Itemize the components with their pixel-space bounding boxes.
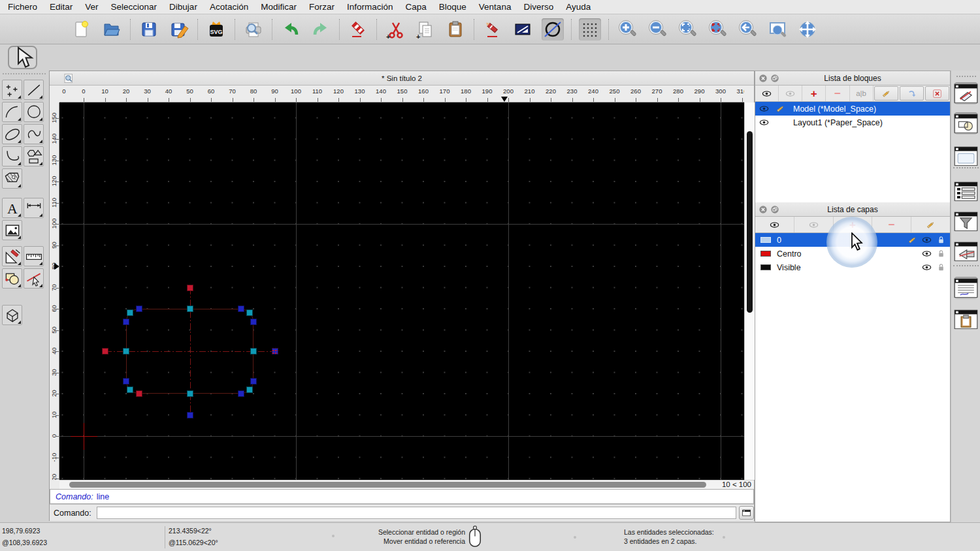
show-all-button[interactable]	[755, 217, 794, 232]
show-all-button[interactable]	[755, 86, 779, 101]
selection-handle-reference[interactable]	[272, 348, 278, 354]
tool-circle-icon[interactable]	[24, 102, 44, 122]
grid-toggle-icon[interactable]	[579, 18, 601, 40]
selection-handle-blue[interactable]	[136, 306, 142, 312]
menu-dibujar[interactable]: Dibujar	[169, 2, 197, 12]
lock-icon[interactable]	[936, 235, 946, 245]
menu-forzar[interactable]: Forzar	[309, 2, 335, 12]
selection-handle-cyan[interactable]	[187, 390, 193, 397]
menu-capa[interactable]: Capa	[406, 2, 427, 12]
selection-handle-red[interactable]	[187, 285, 193, 291]
visibility-eye-icon[interactable]	[759, 118, 769, 127]
tool-spline-icon[interactable]	[24, 124, 44, 144]
float-window-icon[interactable]	[770, 74, 779, 83]
menu-modificar[interactable]: Modificar	[261, 2, 297, 12]
new-document-icon[interactable]	[71, 18, 93, 40]
tool-ellipse-icon[interactable]	[2, 124, 22, 144]
tool-order-icon[interactable]	[2, 268, 22, 289]
menu-fichero[interactable]: Fichero	[8, 2, 37, 12]
menu-ayuda[interactable]: Ayuda	[566, 2, 591, 12]
hide-all-button[interactable]	[794, 217, 834, 232]
horizontal-scrollbar-thumb[interactable]	[69, 482, 706, 488]
selection-handle-blue[interactable]	[250, 378, 257, 385]
redo-icon[interactable]	[310, 18, 332, 40]
add-block-button[interactable]: +	[802, 86, 826, 101]
zoom-out-icon[interactable]	[646, 18, 668, 40]
selection-handle-red[interactable]	[136, 390, 142, 397]
visibility-eye-icon[interactable]	[922, 262, 932, 272]
tool-polyline-icon[interactable]	[2, 146, 22, 166]
visibility-eye-icon[interactable]	[922, 249, 932, 259]
horizontal-scrollbar[interactable]: 10 < 100	[59, 480, 754, 489]
selection-tool-button[interactable]	[8, 46, 37, 69]
print-preview-icon[interactable]	[242, 18, 265, 40]
open-file-icon[interactable]	[101, 18, 123, 40]
delete-block-button[interactable]	[925, 86, 949, 101]
rename-block-button[interactable]: a|b	[850, 86, 874, 101]
edit-pencil-icon[interactable]	[907, 235, 917, 245]
tool-modify-icon[interactable]	[2, 246, 22, 266]
layer-list-widget-icon[interactable]	[954, 112, 978, 134]
tool-polygon-icon[interactable]	[24, 146, 44, 166]
edit-block-button[interactable]	[874, 86, 898, 101]
view-projector-widget-icon[interactable]	[954, 240, 978, 262]
tool-measure-icon[interactable]	[24, 246, 44, 266]
selection-handle-cyan[interactable]	[127, 309, 133, 316]
clipboard-widget-icon[interactable]	[954, 308, 978, 330]
selection-handle-blue[interactable]	[238, 306, 244, 312]
menu-editar[interactable]: Editar	[50, 2, 73, 12]
edit-attributes-icon[interactable]	[482, 18, 504, 40]
selection-handle-cyan[interactable]	[187, 306, 193, 312]
tool-arc-icon[interactable]	[2, 102, 22, 122]
vertical-scrollbar-thumb[interactable]	[747, 131, 753, 313]
save-icon[interactable]	[138, 18, 160, 40]
selection-handle-blue[interactable]	[123, 378, 129, 385]
menu-diverso[interactable]: Diverso	[523, 2, 553, 12]
selection-handle-cyan[interactable]	[127, 386, 133, 393]
block-row[interactable]: Layout1 (*Paper_Space)	[755, 116, 950, 129]
menu-bloque[interactable]: Bloque	[439, 2, 466, 12]
zoom-previous-icon[interactable]	[736, 18, 759, 40]
zoom-window-icon[interactable]	[766, 18, 789, 40]
tool-text-icon[interactable]: A	[2, 198, 22, 218]
lock-icon[interactable]	[936, 262, 946, 272]
library-browser-widget-icon[interactable]	[954, 145, 978, 167]
hide-all-button[interactable]	[779, 86, 802, 101]
zoom-pan-icon[interactable]	[796, 18, 819, 40]
command-detach-button[interactable]	[739, 506, 754, 520]
zoom-redraw-icon[interactable]	[706, 18, 728, 40]
menu-seleccionar[interactable]: Seleccionar	[111, 2, 157, 12]
copy-icon[interactable]: +	[414, 18, 436, 40]
insert-block-button[interactable]	[900, 86, 924, 101]
edit-layer-button[interactable]	[911, 217, 950, 232]
entity-filter-widget-icon[interactable]	[954, 210, 978, 232]
svg-export-icon[interactable]: SVG	[205, 18, 227, 40]
drawing-canvas[interactable]	[59, 102, 744, 480]
selection-handle-blue[interactable]	[123, 319, 129, 325]
menu-informacion[interactable]: Información	[347, 2, 393, 12]
vertical-scrollbar[interactable]	[744, 102, 755, 480]
entity-list-widget-icon[interactable]	[954, 180, 978, 202]
block-list-widget-icon[interactable]	[954, 82, 978, 104]
undo-icon[interactable]	[280, 18, 302, 40]
menu-ver[interactable]: Ver	[85, 2, 98, 12]
menu-acotacion[interactable]: Acotación	[210, 2, 248, 12]
selection-handle-cyan[interactable]	[246, 309, 253, 316]
tool-image-icon[interactable]	[2, 220, 22, 240]
palette-grip[interactable]	[3, 73, 46, 74]
cut-icon[interactable]: +	[384, 18, 406, 40]
tool-hatch-icon[interactable]	[2, 168, 22, 189]
layer-row[interactable]: Visible	[755, 260, 950, 274]
lock-icon[interactable]	[936, 249, 946, 259]
block-row[interactable]: Model (*Model_Space)	[755, 102, 950, 116]
menu-ventana[interactable]: Ventana	[479, 2, 512, 12]
float-window-icon[interactable]	[770, 205, 779, 214]
zoom-in-icon[interactable]	[616, 18, 638, 40]
delete-entities-icon[interactable]	[347, 18, 369, 40]
draft-mode-icon[interactable]	[542, 18, 564, 40]
visibility-eye-icon[interactable]	[759, 104, 769, 114]
selection-handle-cyan[interactable]	[250, 348, 257, 354]
paste-icon[interactable]	[444, 18, 466, 40]
zoom-auto-icon[interactable]	[676, 18, 698, 40]
selection-handle-cyan[interactable]	[246, 386, 253, 393]
